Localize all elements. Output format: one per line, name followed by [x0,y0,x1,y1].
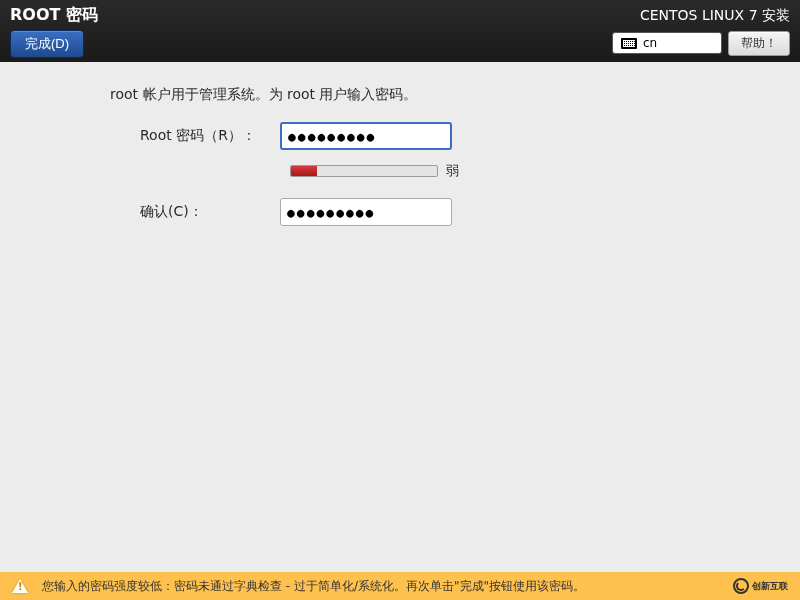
header-left: ROOT 密码 完成(D) [10,5,98,58]
password-row: Root 密码（R）： [130,122,670,150]
logo-mark-icon [733,578,749,594]
header-right: CENTOS LINUX 7 安装 cn 帮助！ [612,7,790,56]
help-button[interactable]: 帮助！ [728,31,790,56]
warning-icon [12,579,28,593]
warning-bar: 您输入的密码强度较低：密码未通过字典检查 - 过于简单化/系统化。再次单击"完成… [0,572,800,600]
keyboard-layout-label: cn [643,36,657,50]
brand-name: 创新互联 [752,582,788,591]
confirm-label: 确认(C)： [130,203,280,221]
strength-row: 弱 [130,162,670,180]
confirm-row: 确认(C)： [130,198,670,226]
password-label: Root 密码（R）： [130,127,280,145]
page-title: ROOT 密码 [10,5,98,26]
keyboard-layout-selector[interactable]: cn [612,32,722,54]
keyboard-icon [621,38,637,49]
password-strength-meter [290,165,438,177]
main-content: root 帐户用于管理系统。为 root 用户输入密码。 Root 密码（R）：… [0,62,800,238]
root-password-input[interactable] [280,122,452,150]
instruction-text: root 帐户用于管理系统。为 root 用户输入密码。 [110,86,650,104]
warning-left: 您输入的密码强度较低：密码未通过字典检查 - 过于简单化/系统化。再次单击"完成… [12,578,585,595]
done-button[interactable]: 完成(D) [10,30,84,58]
warning-message: 您输入的密码强度较低：密码未通过字典检查 - 过于简单化/系统化。再次单击"完成… [42,578,585,595]
strength-label: 弱 [446,162,459,180]
install-title: CENTOS LINUX 7 安装 [640,7,790,25]
brand-logo: 创新互联 [733,578,788,594]
strength-fill [291,166,317,176]
header-bar: ROOT 密码 完成(D) CENTOS LINUX 7 安装 cn 帮助！ [0,0,800,62]
confirm-password-input[interactable] [280,198,452,226]
header-controls: cn 帮助！ [612,31,790,56]
